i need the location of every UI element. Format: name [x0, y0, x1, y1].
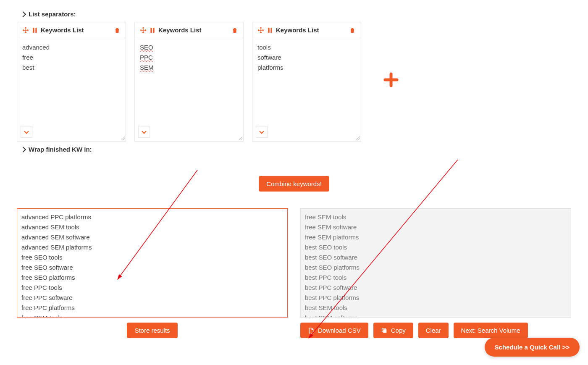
chevron-down-icon: [24, 129, 29, 134]
svg-rect-2: [150, 28, 152, 33]
keyword-dropdown[interactable]: [256, 126, 268, 138]
keyword-card: Keywords List: [252, 22, 361, 142]
clear-button[interactable]: Clear: [418, 323, 449, 338]
button-label: Clear: [426, 327, 441, 334]
card-title: Keywords List: [41, 26, 111, 34]
keyword-card-header: Keywords List: [17, 22, 126, 38]
trash-icon[interactable]: [231, 27, 238, 34]
keyword-card-body: [252, 38, 361, 141]
button-label: Schedule a Quick Call >>: [495, 344, 570, 344]
button-label: Next: Search Volume: [461, 327, 520, 334]
pause-icon[interactable]: [32, 27, 38, 34]
svg-rect-5: [270, 28, 272, 33]
section-label: Wrap finished KW in:: [29, 146, 92, 153]
keyword-card-body: [17, 38, 126, 141]
next-search-volume-button[interactable]: Next: Search Volume: [454, 323, 528, 338]
svg-rect-3: [153, 28, 154, 33]
keyword-card-header: Keywords List: [135, 22, 243, 38]
button-label: Store results: [134, 327, 170, 334]
schedule-call-button[interactable]: Schedule a Quick Call >>: [485, 338, 580, 344]
move-icon[interactable]: [22, 27, 29, 34]
store-results-button[interactable]: Store results: [127, 323, 177, 338]
section-label: List separators:: [29, 11, 76, 18]
resize-handle[interactable]: [121, 136, 125, 140]
svg-rect-4: [268, 28, 269, 33]
keyword-textarea[interactable]: [17, 38, 126, 141]
svg-rect-8: [383, 329, 386, 333]
button-label: Download CSV: [318, 327, 361, 334]
pause-icon[interactable]: [267, 27, 273, 34]
keyword-lists-row: Keywords List Keywords List SEOPPCSEM Ke…: [17, 22, 571, 142]
button-label: Combine keywords!: [266, 180, 322, 187]
svg-rect-0: [33, 28, 34, 33]
trash-icon[interactable]: [349, 27, 356, 34]
card-title: Keywords List: [276, 26, 346, 34]
trash-icon[interactable]: [114, 27, 121, 34]
svg-rect-1: [35, 28, 37, 33]
results-row: Store results Download CSV Copy Clear: [17, 208, 571, 338]
keyword-textarea[interactable]: [252, 38, 361, 141]
results-right-textarea[interactable]: [300, 208, 571, 318]
chevron-right-icon: [20, 146, 26, 152]
keyword-card: Keywords List: [17, 22, 126, 142]
keyword-card-body: SEOPPCSEM: [135, 38, 243, 141]
download-csv-button[interactable]: Download CSV: [300, 323, 368, 338]
chevron-down-icon: [142, 129, 146, 134]
section-wrap-kw[interactable]: Wrap finished KW in:: [17, 146, 571, 153]
download-icon: [308, 327, 315, 334]
button-label: Copy: [391, 327, 406, 334]
results-right-panel: Download CSV Copy Clear Next: Search Vol…: [300, 208, 571, 338]
card-title: Keywords List: [158, 26, 229, 34]
keyword-card-header: Keywords List: [252, 22, 361, 38]
keyword-card: Keywords List SEOPPCSEM: [134, 22, 244, 142]
resize-handle[interactable]: [356, 136, 360, 140]
add-list-button[interactable]: [382, 70, 400, 93]
results-left-panel: Store results: [17, 208, 288, 338]
results-left-textarea[interactable]: [17, 208, 288, 318]
keyword-dropdown[interactable]: [138, 126, 150, 138]
resize-handle[interactable]: [238, 136, 242, 140]
move-icon[interactable]: [140, 27, 147, 34]
section-list-separators[interactable]: List separators:: [17, 11, 571, 18]
combine-keywords-button[interactable]: Combine keywords!: [259, 176, 329, 192]
svg-rect-7: [384, 79, 399, 81]
chevron-right-icon: [20, 11, 26, 17]
keyword-dropdown[interactable]: [21, 126, 32, 138]
copy-button[interactable]: Copy: [373, 323, 413, 338]
chevron-down-icon: [259, 129, 264, 134]
copy-icon: [381, 327, 388, 334]
keyword-textarea[interactable]: [135, 38, 243, 141]
pause-icon[interactable]: [149, 27, 156, 34]
move-icon[interactable]: [257, 27, 264, 34]
